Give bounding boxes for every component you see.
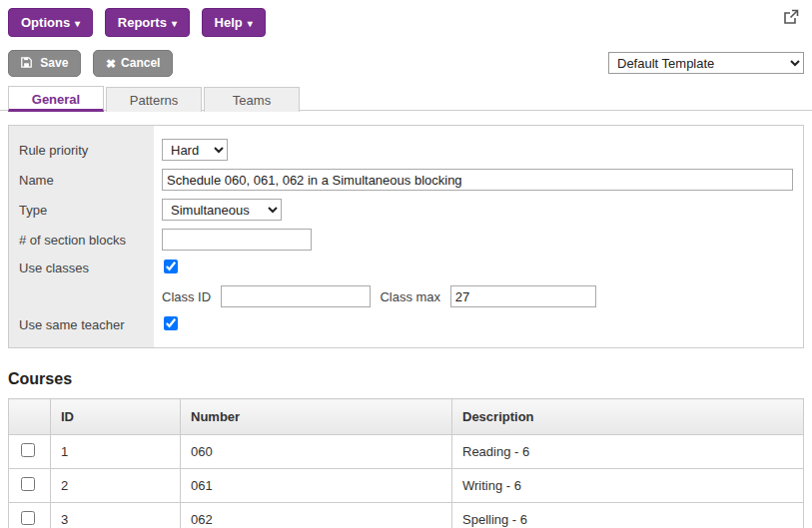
- course-description: Reading - 6: [452, 435, 804, 469]
- course-id: 3: [51, 503, 181, 528]
- class-id-input[interactable]: [221, 285, 371, 307]
- help-menu-button[interactable]: Help▾: [202, 8, 266, 37]
- section-blocks-label: # of section blocks: [9, 225, 154, 255]
- toolbar: Save ✖Cancel Default Template: [0, 44, 812, 86]
- cancel-button-label: Cancel: [121, 56, 160, 70]
- course-description: Writing - 6: [452, 469, 804, 503]
- save-icon: [21, 57, 35, 71]
- class-row: Class ID Class max: [9, 281, 803, 311]
- number-column-header: Number: [181, 399, 452, 435]
- course-number: 061: [181, 469, 452, 503]
- use-classes-label: Use classes: [9, 255, 154, 281]
- rule-form-panel: Rule priority Hard Name Type Simultaneou…: [8, 125, 804, 348]
- courses-section-title: Courses: [8, 370, 804, 388]
- name-row: Name: [9, 165, 803, 195]
- template-select[interactable]: Default Template: [608, 52, 804, 74]
- use-classes-checkbox[interactable]: [164, 260, 178, 273]
- cancel-icon: ✖: [106, 57, 116, 71]
- options-menu-label: Options: [21, 15, 70, 30]
- row-select-checkbox[interactable]: [21, 443, 35, 457]
- type-label: Type: [9, 195, 154, 225]
- row-select-checkbox[interactable]: [21, 477, 35, 491]
- name-input[interactable]: [162, 169, 793, 191]
- chevron-down-icon: ▾: [248, 18, 253, 29]
- class-max-label: Class max: [380, 289, 440, 304]
- use-classes-row: Use classes: [9, 255, 803, 281]
- tab-patterns[interactable]: Patterns: [106, 87, 202, 112]
- name-label: Name: [9, 165, 154, 195]
- reports-menu-label: Reports: [118, 15, 167, 30]
- rule-priority-row: Rule priority Hard: [9, 135, 803, 165]
- page: Options▾ Reports▾ Help▾ Save ✖Cancel: [0, 0, 812, 528]
- reports-menu-button[interactable]: Reports▾: [105, 8, 190, 37]
- table-row: 3 062 Spelling - 6: [9, 503, 804, 528]
- use-same-teacher-row: Use same teacher: [9, 311, 803, 338]
- options-menu-button[interactable]: Options▾: [8, 8, 93, 37]
- use-same-teacher-checkbox[interactable]: [164, 316, 178, 330]
- course-id: 1: [51, 435, 181, 469]
- rule-priority-label: Rule priority: [9, 135, 154, 165]
- id-column-header: ID: [51, 399, 181, 435]
- select-column-header: [9, 399, 51, 435]
- external-link-icon[interactable]: [782, 8, 800, 26]
- type-select[interactable]: Simultaneous: [162, 199, 282, 221]
- tab-bar: GeneralPatternsTeams: [0, 86, 812, 111]
- course-id: 2: [51, 469, 181, 503]
- section-blocks-input[interactable]: [162, 229, 312, 251]
- course-number: 062: [181, 503, 452, 528]
- type-row: Type Simultaneous: [9, 195, 803, 225]
- class-max-input[interactable]: [450, 285, 596, 307]
- chevron-down-icon: ▾: [75, 18, 80, 29]
- description-column-header: Description: [452, 399, 804, 435]
- section-blocks-row: # of section blocks: [9, 225, 803, 255]
- tab-teams[interactable]: Teams: [204, 87, 300, 112]
- class-id-label: Class ID: [162, 289, 211, 304]
- menubar: Options▾ Reports▾ Help▾: [0, 0, 812, 44]
- table-row: 2 061 Writing - 6: [9, 469, 804, 503]
- save-button[interactable]: Save: [8, 50, 81, 77]
- save-button-label: Save: [40, 56, 68, 70]
- cancel-button[interactable]: ✖Cancel: [93, 50, 173, 77]
- rule-priority-select[interactable]: Hard: [162, 139, 228, 161]
- row-select-checkbox[interactable]: [21, 511, 35, 525]
- chevron-down-icon: ▾: [172, 18, 177, 29]
- courses-header-row: ID Number Description: [9, 399, 804, 435]
- tab-general[interactable]: General: [8, 86, 104, 112]
- courses-table: ID Number Description 1 060 Reading - 6 …: [8, 398, 804, 528]
- course-description: Spelling - 6: [452, 503, 804, 528]
- use-same-teacher-label: Use same teacher: [9, 311, 154, 338]
- help-menu-label: Help: [215, 15, 243, 30]
- table-row: 1 060 Reading - 6: [9, 435, 804, 469]
- course-number: 060: [181, 435, 452, 469]
